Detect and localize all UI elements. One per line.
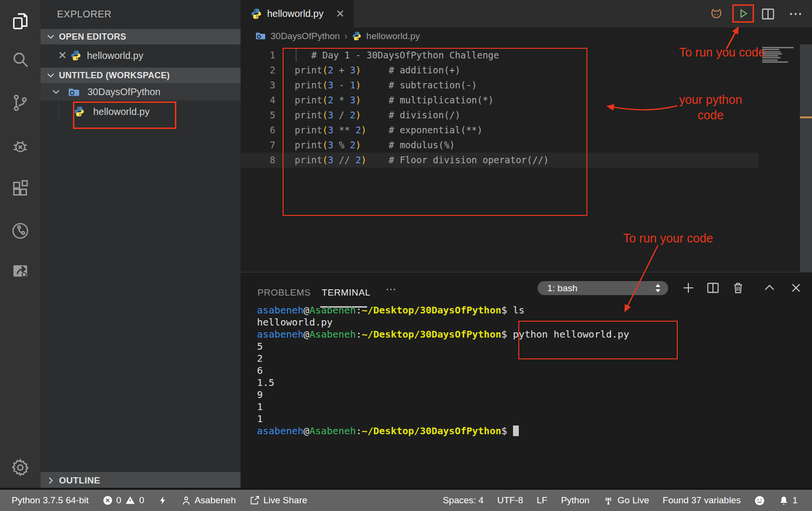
error-icon: [102, 495, 113, 506]
debug-icon[interactable]: [10, 136, 31, 157]
run-button-icon[interactable]: [738, 8, 749, 19]
person-icon: [181, 495, 191, 506]
warning-icon: [125, 495, 136, 506]
status-language[interactable]: Python: [561, 495, 589, 506]
status-python-bolt[interactable]: [158, 495, 168, 506]
status-problems[interactable]: 0 0: [102, 495, 144, 506]
indent-guide: [296, 49, 297, 62]
annotation-run-note: To run you code: [679, 45, 765, 59]
explorer-sidebar: EXPLORER OPEN EDITORS ✕ helloworld.py UN…: [41, 0, 241, 489]
editor-group: helloworld.py ✕: [241, 0, 812, 489]
open-editors-label: OPEN EDITORS: [59, 29, 126, 44]
terminal-line: asabeneh@Asabeneh:~/Desktop/30DaysOfPyth…: [257, 328, 629, 341]
more-actions-icon[interactable]: [785, 4, 806, 24]
chevron-right-icon: [48, 477, 53, 484]
status-eol[interactable]: LF: [537, 495, 547, 506]
close-panel-icon[interactable]: [788, 280, 804, 296]
breadcrumb-folder[interactable]: 30DaysOfPython: [271, 31, 340, 42]
outline-label: OUTLINE: [59, 472, 100, 489]
python-file-icon: [70, 50, 82, 61]
terminal-line: 2: [257, 353, 629, 365]
lightning-icon: [158, 495, 168, 506]
search-icon[interactable]: [10, 49, 31, 70]
sidebar-title: EXPLORER: [57, 9, 112, 20]
live-share-icon[interactable]: [10, 260, 31, 282]
code-line[interactable]: 7print(3 % 2) # modulus(%): [241, 138, 758, 153]
folder-icon: [68, 86, 80, 99]
code-editor[interactable]: 1 # Day 1 - 30DaysOfPython Challenge2pri…: [241, 44, 812, 272]
maximize-panel-icon[interactable]: [761, 280, 778, 296]
status-feedback[interactable]: [754, 495, 765, 506]
close-icon[interactable]: ✕: [336, 8, 344, 20]
select-arrows-icon: [655, 284, 661, 293]
breadcrumb-separator: ›: [344, 30, 348, 42]
tab-terminal[interactable]: TERMINAL: [322, 287, 370, 298]
status-live-share[interactable]: Live Share: [249, 495, 307, 506]
terminal-line: 1: [257, 413, 629, 425]
minimap[interactable]: [762, 47, 796, 63]
breadcrumb: 30DaysOfPython › helloworld.py: [241, 28, 812, 44]
annotation-code-note: your python code: [678, 92, 743, 123]
tab-title[interactable]: helloworld.py: [267, 0, 324, 28]
terminal-line: 1.5: [257, 377, 629, 389]
extensions-icon[interactable]: [10, 178, 31, 199]
annotation-box-run-button: [732, 4, 754, 23]
more-tabs-icon[interactable]: ⋯: [385, 283, 398, 296]
new-terminal-icon[interactable]: [680, 280, 697, 296]
status-variables[interactable]: Found 37 variables: [663, 495, 741, 506]
editor-scrollbar[interactable]: [800, 44, 812, 272]
file-name[interactable]: helloworld.py: [93, 100, 150, 123]
split-terminal-icon[interactable]: [705, 280, 721, 296]
terminal-line: 6: [257, 365, 629, 377]
source-control-icon[interactable]: [10, 92, 31, 114]
shell-select[interactable]: 1: bash: [538, 281, 668, 295]
open-editors-section[interactable]: OPEN EDITORS: [41, 29, 241, 44]
status-notifications[interactable]: 1: [779, 495, 798, 506]
workspace-section[interactable]: UNTITLED (WORKSPACE): [41, 68, 241, 83]
scrollbar-marker: [800, 116, 812, 118]
folder-item[interactable]: 30DaysOfPython: [41, 83, 241, 100]
chevron-down-icon: [52, 89, 60, 94]
open-editor-filename[interactable]: helloworld.py: [87, 44, 143, 67]
chevron-down-icon: [47, 73, 55, 78]
status-go-live[interactable]: Go Live: [603, 495, 649, 506]
bell-icon: [779, 495, 789, 506]
code-line[interactable]: 3print(3 - 1) # subtraction(-): [241, 78, 758, 93]
folder-name[interactable]: 30DaysOfPython: [87, 83, 160, 100]
cat-extension-icon[interactable]: [706, 4, 727, 24]
terminal-line: asabeneh@Asabeneh:~/Desktop/30DaysOfPyth…: [257, 304, 629, 316]
terminal-line: 5: [257, 341, 629, 353]
settings-gear-icon[interactable]: [10, 457, 31, 478]
open-editor-item[interactable]: ✕ helloworld.py: [41, 44, 241, 67]
broadcast-icon: [603, 495, 614, 506]
code-line[interactable]: 2print(2 + 3) # addition(+): [241, 63, 758, 78]
code-line[interactable]: 8print(3 // 2) # Floor division operator…: [241, 153, 758, 168]
status-python-version[interactable]: Python 3.7.5 64-bit: [12, 495, 89, 506]
share-export-icon: [249, 495, 260, 506]
kill-terminal-icon[interactable]: [730, 280, 746, 296]
python-file-icon: [352, 31, 362, 41]
python-file-icon: [250, 8, 262, 20]
status-encoding[interactable]: UTF-8: [497, 495, 523, 506]
status-bar: Python 3.7.5 64-bit 0 0 A: [0, 488, 812, 511]
breadcrumb-file[interactable]: helloworld.py: [366, 31, 420, 42]
test-explorer-icon[interactable]: [10, 220, 31, 241]
terminal-line: helloworld.py: [257, 316, 629, 328]
code-line[interactable]: 6print(3 ** 2) # exponential(**): [241, 123, 758, 138]
terminal-line: 1: [257, 401, 629, 413]
chevron-down-icon: [47, 34, 55, 39]
close-icon[interactable]: ✕: [58, 44, 67, 67]
status-user[interactable]: Asabeneh: [181, 495, 236, 506]
workspace-label: UNTITLED (WORKSPACE): [59, 68, 170, 83]
status-indentation[interactable]: Spaces: 4: [443, 495, 484, 506]
outline-section[interactable]: OUTLINE: [41, 472, 241, 489]
tab-problems[interactable]: PROBLEMS: [257, 287, 311, 298]
terminal-panel: PROBLEMS TERMINAL ⋯ 1: bash: [241, 272, 812, 489]
vscode-window: EXPLORER OPEN EDITORS ✕ helloworld.py UN…: [0, 0, 812, 511]
split-editor-icon[interactable]: [758, 4, 778, 24]
file-item[interactable]: helloworld.py: [41, 100, 241, 123]
terminal-lines[interactable]: asabeneh@Asabeneh:~/Desktop/30DaysOfPyth…: [257, 304, 629, 437]
explorer-icon[interactable]: [10, 11, 31, 32]
activity-bar: [0, 0, 41, 489]
tab-helloworld[interactable]: helloworld.py ✕: [241, 0, 354, 28]
